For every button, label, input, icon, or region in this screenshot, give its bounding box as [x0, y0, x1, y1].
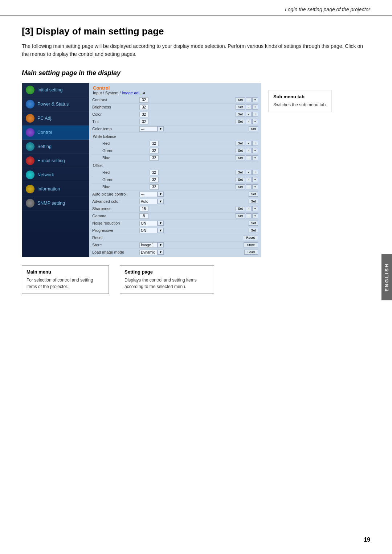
progressive-label: Progressive: [92, 228, 139, 233]
offset-red-value: 32: [150, 170, 159, 175]
wb-green-minus-button[interactable]: -: [246, 148, 252, 153]
gamma-label: Gamma: [92, 214, 139, 218]
color-temp-dropdown[interactable]: ▼: [158, 126, 164, 131]
offset-green-minus-button[interactable]: -: [246, 177, 252, 182]
contrast-minus-button[interactable]: -: [246, 97, 252, 102]
offset-red-minus-button[interactable]: -: [246, 170, 252, 175]
sidebar-label-email-setting: E-mail setting: [37, 158, 65, 163]
load-image-dropdown[interactable]: ▼: [158, 250, 164, 255]
color-set-button[interactable]: Set: [236, 112, 245, 117]
sidebar-item-snmp-setting[interactable]: SNMP setting: [22, 196, 89, 210]
offset-green-plus-button[interactable]: +: [252, 177, 258, 182]
brightness-minus-button[interactable]: -: [246, 104, 252, 110]
wb-red-set-button[interactable]: Set: [236, 141, 245, 146]
setting-row-offset-header: Offset: [91, 162, 259, 169]
progressive-set-button[interactable]: Set: [249, 228, 258, 233]
breadcrumb-image-adj[interactable]: Image adj.: [122, 91, 140, 95]
sharpness-set-button[interactable]: Set: [236, 206, 245, 211]
contrast-plus-button[interactable]: +: [252, 97, 258, 102]
sub-menu-tab-annotation: Sub menu tab Switches the sub menu tab.: [269, 90, 331, 112]
sidebar-label-setting: Setting: [37, 144, 52, 149]
wb-red-plus-button[interactable]: +: [252, 141, 258, 146]
brightness-set-button[interactable]: Set: [236, 104, 245, 110]
setting-row-contrast: Contrast 32 Set - +: [91, 97, 259, 104]
store-dropdown[interactable]: ▼: [158, 242, 164, 247]
wb-red-label: Red: [102, 141, 150, 145]
advanced-color-dropdown[interactable]: ▼: [158, 199, 164, 204]
tint-plus-button[interactable]: +: [252, 119, 258, 124]
sidebar-item-information[interactable]: Information: [22, 182, 89, 196]
sidebar-item-pc-adj[interactable]: PC Adj.: [22, 111, 89, 126]
sidebar-label-initial-setting: Initial setting: [37, 87, 62, 93]
section-description: The following main setting page will be …: [22, 42, 370, 58]
sidebar-item-control[interactable]: Control: [22, 126, 89, 140]
sidebar-label-snmp-setting: SNMP setting: [37, 201, 65, 206]
network-icon: [26, 171, 34, 179]
white-balance-label: White balance: [92, 134, 117, 139]
sidebar-item-power-status[interactable]: Power & Status: [22, 97, 89, 111]
setting-page-annotation: Setting page Displays the control and se…: [120, 265, 214, 294]
noise-reduction-set-button[interactable]: Set: [249, 221, 258, 226]
wb-red-minus-button[interactable]: -: [246, 141, 252, 146]
advanced-color-set-button[interactable]: Set: [249, 199, 258, 204]
setting-row-wb-green: Green 32 Set - +: [91, 147, 259, 155]
wb-blue-plus-button[interactable]: +: [252, 155, 258, 160]
load-image-button[interactable]: Load: [244, 250, 258, 255]
setting-row-wb-blue: Blue 32 Set - +: [91, 155, 259, 162]
reset-button[interactable]: Reset: [243, 235, 258, 240]
setting-row-load-image: Load image mode Dynamic ▼ Load: [91, 249, 259, 256]
auto-picture-dropdown[interactable]: ▼: [158, 192, 164, 197]
tint-set-button[interactable]: Set: [236, 119, 245, 124]
offset-blue-set-button[interactable]: Set: [236, 184, 245, 189]
color-temp-set-button[interactable]: Set: [249, 126, 258, 131]
gamma-plus-button[interactable]: +: [252, 213, 258, 218]
wb-blue-value: 32: [150, 155, 159, 161]
wb-green-plus-button[interactable]: +: [252, 148, 258, 153]
gamma-minus-button[interactable]: -: [246, 213, 252, 218]
snmp-setting-icon: [26, 199, 34, 208]
wb-blue-minus-button[interactable]: -: [246, 155, 252, 160]
offset-red-label: Red: [102, 170, 150, 175]
noise-reduction-label: Noise reduction: [92, 221, 139, 225]
breadcrumb-input[interactable]: Input: [93, 91, 102, 95]
contrast-set-button[interactable]: Set: [236, 97, 245, 102]
wb-blue-set-button[interactable]: Set: [236, 155, 245, 160]
setting-row-offset-green: Green 32 Set - +: [91, 176, 259, 184]
sidebar-item-initial-setting[interactable]: Initial setting: [22, 83, 89, 97]
offset-red-set-button[interactable]: Set: [236, 170, 245, 175]
content-panel: Control Input / System / Image adj. ◄: [89, 83, 261, 257]
store-button[interactable]: Store: [244, 242, 258, 247]
main-menu-annotation-title: Main menu: [26, 269, 104, 275]
offset-green-set-button[interactable]: Set: [236, 177, 245, 182]
color-temp-value: ---: [139, 126, 158, 132]
color-plus-button[interactable]: +: [252, 112, 258, 117]
sharpness-minus-button[interactable]: -: [246, 206, 252, 211]
progressive-dropdown[interactable]: ▼: [158, 228, 164, 233]
breadcrumb-system[interactable]: System: [105, 91, 119, 95]
sidebar-item-network[interactable]: Network: [22, 168, 89, 182]
sidebar-item-setting[interactable]: Setting: [22, 140, 89, 154]
brightness-plus-button[interactable]: +: [252, 104, 258, 110]
offset-blue-label: Blue: [102, 185, 150, 189]
sidebar-label-power-status: Power & Status: [37, 102, 69, 107]
noise-reduction-dropdown[interactable]: ▼: [158, 221, 164, 226]
offset-red-plus-button[interactable]: +: [252, 170, 258, 175]
wb-green-set-button[interactable]: Set: [236, 148, 245, 153]
setting-row-store: Store Image 1 ▼ Store: [91, 242, 259, 249]
setting-row-gamma: Gamma 8 Set - +: [91, 213, 259, 220]
sharpness-plus-button[interactable]: +: [252, 206, 258, 211]
sidebar-label-information: Information: [37, 186, 60, 192]
sidebar-item-email-setting[interactable]: E-mail setting: [22, 154, 89, 168]
setting-row-white-balance-header: White balance: [91, 133, 259, 140]
setting-row-color-temp: Color temp --- ▼ Set: [91, 126, 259, 133]
offset-blue-plus-button[interactable]: +: [252, 184, 258, 189]
store-value: Image 1: [139, 242, 158, 248]
wb-green-value: 32: [150, 148, 159, 153]
auto-picture-set-button[interactable]: Set: [249, 192, 258, 197]
power-status-icon: [26, 100, 34, 108]
gamma-set-button[interactable]: Set: [236, 213, 245, 218]
offset-green-value: 32: [150, 177, 159, 182]
color-minus-button[interactable]: -: [246, 112, 252, 117]
tint-minus-button[interactable]: -: [246, 119, 252, 124]
offset-blue-minus-button[interactable]: -: [246, 184, 252, 189]
